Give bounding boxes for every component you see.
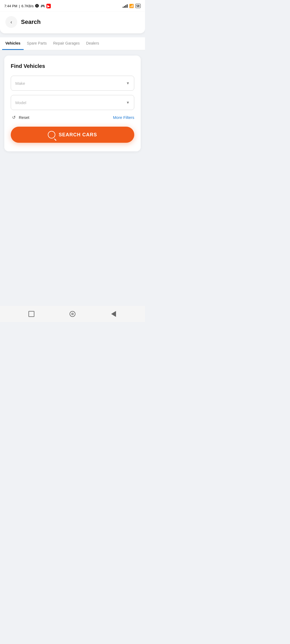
square-icon [28, 311, 34, 317]
make-dropdown[interactable]: Make ▼ [11, 76, 134, 91]
more-filters-button[interactable]: More Filters [113, 115, 134, 120]
actions-row: ↺ Reset More Filters [11, 114, 134, 120]
reset-label: Reset [19, 115, 29, 120]
back-triangle-icon [111, 311, 116, 317]
skype-icon: 🅢 [35, 4, 39, 8]
time-display: 7:44 PM [4, 4, 17, 8]
search-cars-button[interactable]: SEARCH CARS [11, 127, 134, 143]
gamepad-icon: 🎮 [41, 4, 45, 8]
bottom-nav [0, 306, 145, 322]
make-placeholder: Make [15, 81, 25, 86]
status-bar: 7:44 PM | 6.7KB/s 🅢 🎮 ▶ 📶 58 [0, 0, 145, 12]
make-chevron-icon: ▼ [126, 81, 130, 85]
reset-icon: ↺ [11, 114, 17, 120]
search-cars-label: SEARCH CARS [59, 132, 97, 138]
tabs-container: Vehicles Spare Parts Repair Garages Deal… [0, 37, 145, 50]
battery-icon: 58 [135, 4, 141, 8]
youtube-icon: ▶ [46, 4, 51, 8]
home-icon [70, 311, 75, 317]
card-title: Find Vehicles [11, 63, 134, 69]
nav-back-button[interactable] [108, 309, 119, 319]
model-chevron-icon: ▼ [126, 100, 130, 105]
wifi-icon: 📶 [129, 4, 134, 8]
reset-button[interactable]: ↺ Reset [11, 114, 29, 120]
status-icons-right: 📶 58 [123, 4, 141, 8]
tab-vehicles[interactable]: Vehicles [2, 37, 24, 50]
model-placeholder: Model [15, 100, 26, 105]
separator: | [19, 4, 20, 8]
speed-display: 6.7KB/s [21, 4, 34, 8]
model-dropdown[interactable]: Model ▼ [11, 95, 134, 110]
main-content: Find Vehicles Make ▼ Model ▼ ↺ Reset Mor… [0, 50, 145, 157]
back-button[interactable]: ‹ [5, 16, 17, 28]
nav-home-button[interactable] [67, 309, 78, 319]
nav-recent-apps-button[interactable] [26, 309, 37, 319]
find-vehicles-card: Find Vehicles Make ▼ Model ▼ ↺ Reset Mor… [4, 56, 141, 151]
tab-dealers[interactable]: Dealers [83, 37, 102, 50]
back-chevron-icon: ‹ [10, 19, 12, 25]
signal-icon [123, 4, 128, 8]
tab-spare-parts[interactable]: Spare Parts [24, 37, 50, 50]
page-title: Search [21, 19, 41, 25]
tab-repair-garages[interactable]: Repair Garages [50, 37, 83, 50]
header: ‹ Search [0, 12, 145, 34]
status-left: 7:44 PM | 6.7KB/s 🅢 🎮 ▶ [4, 4, 51, 8]
search-icon [48, 131, 55, 138]
home-inner-icon [71, 313, 74, 315]
